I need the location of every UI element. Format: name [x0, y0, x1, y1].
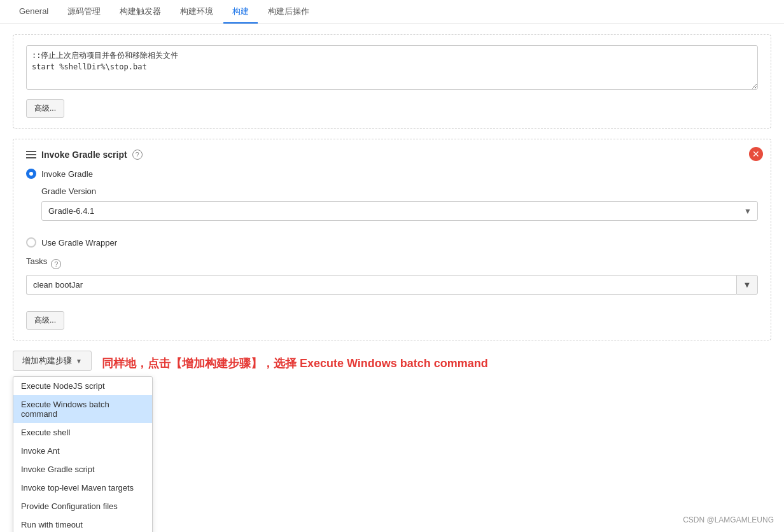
menu-item-execute-shell[interactable]: Execute shell	[13, 423, 152, 442]
tab-env[interactable]: 构建环境	[171, 1, 222, 24]
menu-item-run-timeout[interactable]: Run with timeout	[13, 515, 152, 532]
gradle-close-btn[interactable]: ✕	[749, 147, 763, 161]
add-step-btn-label: 增加构建步骤	[22, 355, 72, 367]
top-nav: General 源码管理 构建触发器 构建环境 构建 构建后操作	[0, 0, 784, 24]
menu-item-provide-config[interactable]: Provide Configuration files	[13, 497, 152, 515]
tasks-label-row: Tasks ?	[26, 256, 758, 271]
watermark: CSDN @LAMGAMLEUNG	[683, 515, 774, 524]
advanced-btn-gradle[interactable]: 高级...	[26, 311, 64, 330]
gradle-version-section: Gradle Version Gradle-6.4.1 Gradle-7.0 G…	[41, 186, 758, 221]
menu-item-execute-windows-batch[interactable]: Execute Windows batch command	[13, 395, 152, 423]
annotation-text: 同样地，点击【增加构建步骤】，选择 Execute Windows batch …	[102, 356, 488, 371]
menu-item-execute-nodejs[interactable]: Execute NodeJS script	[13, 377, 152, 395]
gradle-version-label: Gradle Version	[41, 186, 758, 196]
radio-invoke-gradle-label: Invoke Gradle	[41, 169, 93, 179]
bat-command-textarea[interactable]	[26, 45, 758, 90]
radio-use-wrapper-circle	[26, 237, 36, 248]
main-content: 高级... Invoke Gradle script ? ✕ Invoke Gr…	[0, 24, 784, 394]
gradle-radio-group: Invoke Gradle Gradle Version Gradle-6.4.…	[26, 169, 758, 248]
tab-post[interactable]: 构建后操作	[259, 1, 318, 24]
add-step-row: 增加构建步骤 ▼ Execute NodeJS script Execute W…	[13, 351, 771, 376]
tasks-label: Tasks	[26, 256, 47, 266]
gradle-section-card: Invoke Gradle script ? ✕ Invoke Gradle G…	[13, 139, 771, 340]
gradle-help-icon[interactable]: ?	[132, 150, 143, 160]
radio-invoke-gradle[interactable]: Invoke Gradle	[26, 169, 758, 179]
add-step-btn[interactable]: 增加构建步骤 ▼	[13, 351, 92, 371]
radio-use-wrapper-label: Use Gradle Wrapper	[41, 238, 117, 248]
tab-triggers[interactable]: 构建触发器	[111, 1, 170, 24]
tasks-dropdown-btn[interactable]: ▼	[736, 275, 758, 295]
add-step-dropdown-menu: 增加构建步骤 ▼ Execute NodeJS script Execute W…	[13, 351, 92, 376]
add-step-menu-list: Execute NodeJS script Execute Windows ba…	[13, 376, 153, 532]
tasks-input[interactable]	[26, 275, 736, 295]
advanced-btn-top[interactable]: 高级...	[26, 99, 64, 118]
tab-general[interactable]: General	[10, 1, 57, 22]
tasks-help-icon[interactable]: ?	[51, 259, 61, 269]
gradle-version-select[interactable]: Gradle-6.4.1 Gradle-7.0 Gradle-6.0	[41, 201, 758, 221]
tasks-section: Tasks ? ▼	[26, 256, 758, 295]
gradle-version-select-wrapper: Gradle-6.4.1 Gradle-7.0 Gradle-6.0 ▼	[41, 201, 758, 221]
menu-item-invoke-gradle[interactable]: Invoke Gradle script	[13, 460, 152, 479]
gradle-section-title: Invoke Gradle script	[41, 150, 127, 160]
tasks-input-wrapper: ▼	[26, 275, 758, 295]
radio-use-wrapper[interactable]: Use Gradle Wrapper	[26, 237, 758, 248]
radio-invoke-gradle-circle	[26, 169, 36, 179]
tab-source[interactable]: 源码管理	[59, 1, 109, 24]
add-step-dropdown-arrow: ▼	[76, 358, 82, 365]
bat-command-card: 高级...	[13, 34, 771, 129]
menu-item-invoke-ant[interactable]: Invoke Ant	[13, 442, 152, 460]
gradle-section-header: Invoke Gradle script ?	[26, 150, 758, 160]
tab-build[interactable]: 构建	[223, 1, 258, 24]
hamburger-icon[interactable]	[26, 151, 36, 158]
menu-item-invoke-maven[interactable]: Invoke top-level Maven targets	[13, 479, 152, 497]
